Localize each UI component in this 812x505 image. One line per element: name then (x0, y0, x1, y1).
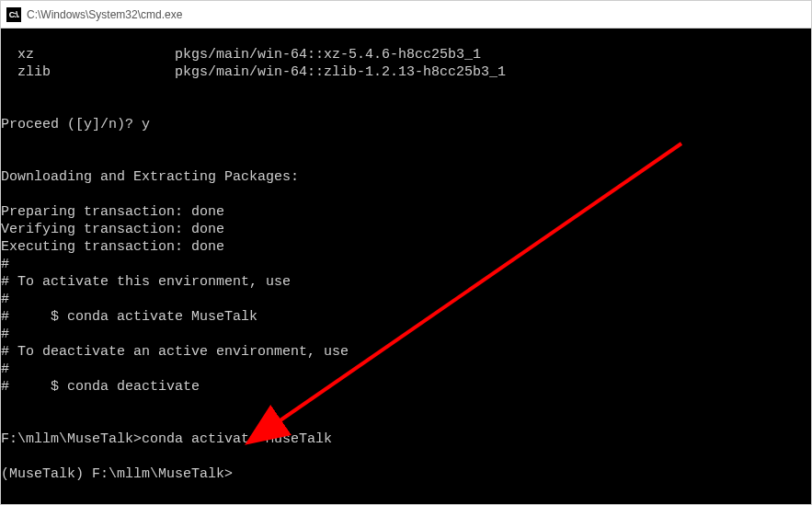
terminal-line: (MuseTalk) F:\mllm\MuseTalk> (1, 466, 233, 482)
terminal-line: # $ conda deactivate (1, 379, 200, 395)
window-title: C:\Windows\System32\cmd.exe (27, 8, 182, 21)
cmd-icon: C:\. (6, 7, 21, 22)
terminal-line: Verifying transaction: done (1, 222, 224, 237)
terminal-line: # (1, 292, 9, 307)
terminal-line: # $ conda activate MuseTalk (1, 309, 257, 325)
terminal-line: # (1, 362, 9, 377)
terminal-line: Proceed ([y]/n)? y (1, 117, 150, 132)
terminal-line: # To activate this environment, use (1, 274, 291, 290)
window-titlebar[interactable]: C:\. C:\Windows\System32\cmd.exe (1, 1, 811, 29)
terminal-line: Preparing transaction: done (1, 204, 224, 220)
terminal-line: # (1, 327, 9, 342)
svg-line-1 (275, 143, 681, 424)
terminal-line: # To deactivate an active environment, u… (1, 344, 349, 360)
terminal-line: F:\mllm\MuseTalk>conda activate MuseTalk (1, 431, 332, 447)
terminal-line: zlib pkgs/main/win-64::zlib-1.2.13-h8cc2… (1, 64, 506, 80)
terminal-line: # (1, 257, 9, 272)
terminal-line: Executing transaction: done (1, 239, 224, 255)
terminal-output[interactable]: xz pkgs/main/win-64::xz-5.4.6-h8cc25b3_1… (1, 29, 811, 504)
terminal-line: xz pkgs/main/win-64::xz-5.4.6-h8cc25b3_1 (1, 47, 481, 63)
terminal-line: Downloading and Extracting Packages: (1, 169, 299, 185)
